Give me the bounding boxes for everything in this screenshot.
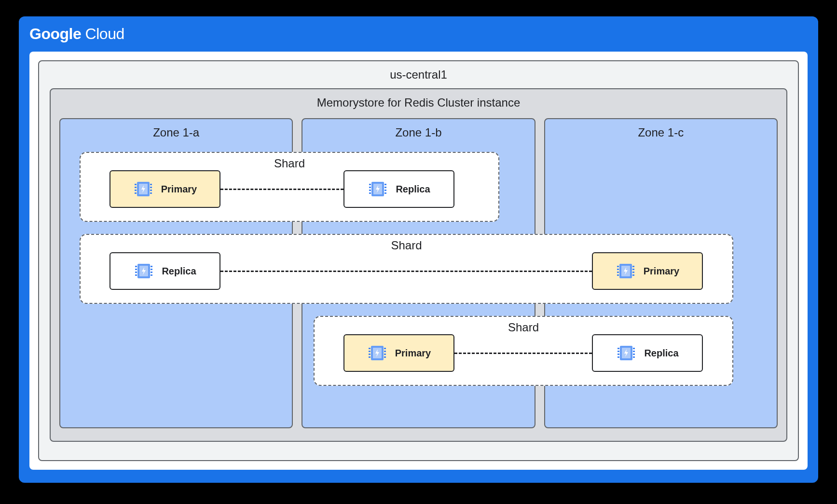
svg-rect-28 — [151, 272, 152, 273]
google-cloud-frame: Google Cloud us-central1 Memorystore for… — [17, 14, 820, 485]
shard-1-connection — [220, 189, 343, 190]
svg-rect-56 — [633, 348, 635, 349]
svg-rect-34 — [617, 272, 619, 273]
svg-rect-46 — [384, 348, 386, 349]
shard-1-replica: Replica — [343, 170, 454, 208]
shard-2-primary-label: Primary — [644, 266, 680, 277]
memorystore-icon — [616, 343, 636, 363]
svg-rect-17 — [384, 187, 386, 188]
svg-rect-29 — [151, 274, 152, 276]
shard-1-primary-label: Primary — [161, 184, 197, 195]
shard-3-primary: Primary — [343, 334, 454, 372]
svg-rect-52 — [617, 348, 619, 349]
svg-rect-43 — [369, 351, 370, 352]
svg-rect-49 — [384, 356, 386, 358]
svg-rect-32 — [617, 266, 619, 267]
shard-3: Shard Primary Replica — [314, 316, 733, 386]
shard-3-connection — [454, 353, 592, 354]
zone-b-label: Zone 1-b — [302, 126, 534, 139]
svg-rect-18 — [384, 190, 386, 191]
region-container: us-central1 Memorystore for Redis Cluste… — [38, 60, 799, 461]
shard-1: Shard Primary Replica — [80, 152, 499, 222]
shard-2-primary: Primary — [592, 252, 703, 290]
svg-rect-38 — [632, 272, 634, 273]
shard-3-label: Shard — [508, 321, 539, 334]
memorystore-icon — [133, 179, 153, 199]
instance-container: Memorystore for Redis Cluster instance Z… — [50, 88, 787, 442]
svg-rect-57 — [633, 351, 635, 352]
project-container: us-central1 Memorystore for Redis Cluste… — [29, 52, 808, 470]
svg-rect-33 — [617, 269, 619, 270]
svg-rect-39 — [632, 274, 634, 276]
svg-rect-12 — [369, 184, 371, 185]
svg-rect-26 — [151, 266, 152, 267]
svg-rect-25 — [135, 274, 137, 276]
shard-2-replica: Replica — [110, 252, 220, 290]
shard-2: Shard Replica Primary — [80, 234, 733, 304]
svg-rect-27 — [151, 269, 152, 270]
memorystore-icon — [134, 261, 154, 281]
svg-rect-45 — [369, 356, 370, 358]
svg-rect-5 — [135, 192, 137, 194]
svg-rect-14 — [369, 190, 371, 191]
shard-1-primary: Primary — [110, 170, 220, 208]
svg-rect-44 — [369, 354, 370, 355]
svg-rect-47 — [384, 351, 386, 352]
svg-rect-59 — [633, 356, 635, 358]
svg-rect-42 — [369, 348, 370, 349]
memorystore-icon — [367, 343, 387, 363]
svg-rect-2 — [135, 184, 137, 185]
svg-rect-19 — [384, 192, 386, 194]
svg-rect-3 — [135, 187, 137, 188]
svg-rect-37 — [632, 269, 634, 270]
instance-label: Memorystore for Redis Cluster instance — [59, 96, 778, 109]
svg-rect-58 — [633, 354, 635, 355]
zone-a-label: Zone 1-a — [60, 126, 292, 139]
svg-rect-48 — [384, 354, 386, 355]
svg-rect-36 — [632, 266, 634, 267]
svg-rect-4 — [135, 190, 137, 191]
shard-3-primary-label: Primary — [395, 348, 431, 359]
memorystore-icon — [368, 179, 388, 199]
shard-3-replica: Replica — [592, 334, 703, 372]
logo-light: Cloud — [81, 25, 124, 42]
logo-bold: Google — [29, 25, 81, 42]
shard-2-connection — [220, 271, 592, 272]
svg-rect-16 — [384, 184, 386, 185]
shard-2-replica-label: Replica — [162, 266, 196, 277]
region-label: us-central1 — [50, 68, 787, 82]
svg-rect-24 — [135, 272, 137, 273]
svg-rect-8 — [150, 190, 152, 191]
svg-rect-54 — [617, 354, 619, 355]
svg-rect-6 — [150, 184, 152, 185]
svg-rect-22 — [135, 266, 137, 267]
svg-rect-9 — [150, 192, 152, 194]
svg-rect-55 — [617, 356, 619, 358]
google-cloud-logo: Google Cloud — [29, 25, 808, 43]
svg-rect-35 — [617, 274, 619, 276]
svg-rect-15 — [369, 192, 371, 194]
zone-c-label: Zone 1-c — [545, 126, 777, 139]
shard-1-replica-label: Replica — [396, 184, 430, 195]
shard-2-label: Shard — [391, 239, 422, 252]
svg-rect-13 — [369, 187, 371, 188]
shard-3-replica-label: Replica — [644, 348, 678, 359]
svg-rect-7 — [150, 187, 152, 188]
shard-1-label: Shard — [274, 157, 305, 170]
memorystore-icon — [616, 261, 636, 281]
svg-rect-53 — [617, 351, 619, 352]
svg-rect-23 — [135, 269, 137, 270]
